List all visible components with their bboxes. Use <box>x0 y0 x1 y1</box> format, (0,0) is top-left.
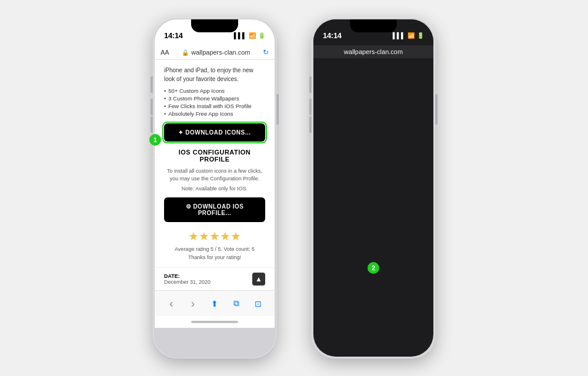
section-title: IOS CONFIGURATION PROFILE <box>164 149 265 163</box>
star-3: ★ <box>209 229 220 243</box>
star-2: ★ <box>199 229 209 243</box>
thanks-text: Thanks for your rating! <box>164 254 265 262</box>
address-text-1: wallpapers-clan.com <box>191 49 250 56</box>
wifi-icon-1: 📶 <box>249 32 256 39</box>
stars-row: ★ ★ ★ ★ ★ <box>164 229 265 243</box>
note-text: Note: Available only for IOS. <box>164 186 265 192</box>
bottom-nav-1: ‹ › ⬆ ⧉ ⊡ <box>155 290 275 316</box>
download-icons-button[interactable]: ✦ DOWNLOAD ICONS... <box>164 123 265 142</box>
phone-1-shell: 14:14 ▌▌▌ 📶 🔋 AA 🔒 wallpapers-clan.com ↻ <box>153 18 276 358</box>
list-item-3: Few Clicks Install with IOS Profile <box>164 102 265 110</box>
address-content-1: 🔒 wallpapers-clan.com <box>169 49 263 56</box>
share-button-1[interactable]: ⬆ <box>206 295 223 313</box>
menu-button-1[interactable]: ⊡ <box>249 295 267 313</box>
status-icons-1: ▌▌▌ 📶 🔋 <box>234 32 265 39</box>
star-4: ★ <box>220 229 230 243</box>
battery-icon-2: 🔋 <box>417 32 424 39</box>
signal-icon-1: ▌▌▌ <box>234 32 246 39</box>
notch-1 <box>191 19 238 32</box>
phone-2: 14:14 ▌▌▌ 📶 🔋 wallpapers-clan.com Do you… <box>312 18 435 358</box>
refresh-icon-1[interactable]: ↻ <box>263 48 269 56</box>
phone-1: 14:14 ▌▌▌ 📶 🔋 AA 🔒 wallpapers-clan.com ↻ <box>153 18 276 358</box>
status-icons-2: ▌▌▌ 📶 🔋 <box>393 32 424 39</box>
list-item-4: Absolutely Free App Icons <box>164 110 265 118</box>
address-bar-1[interactable]: AA 🔒 wallpapers-clan.com ↻ <box>155 45 275 60</box>
status-time-1: 14:14 <box>164 31 183 40</box>
phone-2-screen: 14:14 ▌▌▌ 📶 🔋 wallpapers-clan.com Do you… <box>313 19 433 357</box>
address-bar-2[interactable]: wallpapers-clan.com <box>313 45 433 58</box>
aa-label: AA <box>161 49 169 56</box>
download-icons-area: ✦ DOWNLOAD ICONS... <box>164 123 265 142</box>
rating-text: Average rating 5 / 5. Vote count: 5 <box>164 246 265 254</box>
section-desc: To install all custom icons in a few cli… <box>164 167 265 182</box>
date-section: DATE: December 31, 2020 ▲ <box>155 267 275 290</box>
forward-button-1[interactable]: › <box>184 295 202 313</box>
star-5: ★ <box>230 229 241 243</box>
list-item-2: 3 Custom Phone Wallpapers <box>164 95 265 102</box>
date-label: DATE: <box>164 273 211 279</box>
badge-2: 2 <box>368 262 379 274</box>
tabs-button-1[interactable]: ⧉ <box>228 295 245 313</box>
notch-2 <box>350 19 397 32</box>
star-1: ★ <box>188 229 199 243</box>
home-indicator-1 <box>155 316 275 328</box>
status-time-2: 14:14 <box>323 31 342 40</box>
lock-icon-1: 🔒 <box>182 49 189 56</box>
address-text-2: wallpapers-clan.com <box>344 48 403 55</box>
list-item-1: 50+ Custom App Icons <box>164 87 265 95</box>
date-info: DATE: December 31, 2020 <box>164 273 211 285</box>
signal-icon-2: ▌▌▌ <box>393 32 405 39</box>
scroll-top-button[interactable]: ▲ <box>252 273 265 286</box>
badge-1: 1 <box>149 134 161 146</box>
home-bar-1 <box>191 321 238 323</box>
feature-list: 50+ Custom App Icons 3 Custom Phone Wall… <box>164 87 265 118</box>
download-profile-button[interactable]: ⚙ DOWNLOAD IOS PROFILE... <box>164 197 265 222</box>
screen-content-1: iPhone and iPad, to enjoy the new look o… <box>155 60 275 328</box>
phone-2-shell: 14:14 ▌▌▌ 📶 🔋 wallpapers-clan.com Do you… <box>312 18 435 358</box>
back-button-1[interactable]: ‹ <box>162 295 180 313</box>
battery-icon-1: 🔋 <box>258 32 265 39</box>
intro-text: iPhone and iPad, to enjoy the new look o… <box>164 66 265 83</box>
phone-1-screen: 14:14 ▌▌▌ 📶 🔋 AA 🔒 wallpapers-clan.com ↻ <box>155 19 275 357</box>
wifi-icon-2: 📶 <box>407 32 415 39</box>
date-value: December 31, 2020 <box>164 279 211 285</box>
page-content-1: iPhone and iPad, to enjoy the new look o… <box>155 60 275 267</box>
